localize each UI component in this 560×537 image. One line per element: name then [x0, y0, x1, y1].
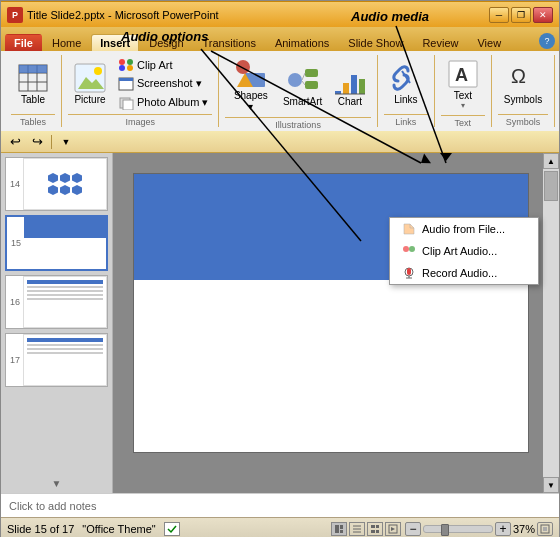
smartart-label: SmartArt [283, 96, 322, 107]
record-audio-label: Record Audio... [422, 267, 497, 279]
scroll-thumb[interactable] [544, 171, 558, 201]
minimize-button[interactable]: ─ [489, 7, 509, 23]
svg-rect-5 [19, 65, 47, 73]
hex-cell [48, 173, 58, 183]
picture-button[interactable]: Picture [68, 59, 112, 108]
quick-toolbar: ↩ ↪ ▼ [1, 131, 559, 153]
theme-status: "Office Theme" [82, 523, 155, 535]
hex-cell [60, 185, 70, 195]
tab-file[interactable]: File [5, 34, 42, 51]
shapes-button[interactable]: Shapes ▾ [225, 55, 276, 115]
svg-rect-16 [123, 100, 133, 110]
svg-point-54 [409, 246, 415, 252]
slide-img-17 [23, 334, 107, 386]
symbols-button[interactable]: Ω Symbols [498, 59, 548, 108]
audio-from-file-label: Audio from File... [422, 223, 505, 235]
restore-button[interactable]: ❐ [511, 7, 531, 23]
work-area[interactable]: ▲ ▼ [113, 153, 559, 493]
chart-label: Chart [338, 96, 362, 107]
scroll-down-button[interactable]: ▼ [543, 477, 559, 493]
undo-button[interactable]: ↩ [5, 133, 25, 151]
slide17-line3 [27, 352, 103, 354]
tab-review[interactable]: Review [413, 34, 467, 51]
clip-art-audio-item[interactable]: Clip Art Audio... [390, 240, 538, 262]
record-audio-item[interactable]: Record Audio... [390, 262, 538, 284]
scrollbar-vertical: ▲ ▼ [543, 153, 559, 493]
reading-view-icon [388, 524, 398, 534]
tab-home[interactable]: Home [43, 34, 90, 51]
table-icon [17, 62, 49, 94]
scroll-track[interactable] [543, 169, 559, 477]
close-button[interactable]: ✕ [533, 7, 553, 23]
slide-thumb-16[interactable]: 16 [5, 275, 108, 329]
normal-view-button[interactable] [331, 522, 347, 536]
images-group-label: Images [68, 114, 212, 127]
links-button[interactable]: Links [384, 59, 428, 108]
slide16-content [24, 277, 106, 327]
slide17-line1 [27, 344, 103, 346]
svg-rect-39 [335, 525, 339, 533]
help-button[interactable]: ? [539, 33, 555, 49]
slide-thumb-15[interactable]: 15 [5, 215, 108, 271]
tab-view[interactable]: View [468, 34, 510, 51]
smartart-button[interactable]: SmartArt [278, 61, 327, 110]
slide16-line1 [27, 286, 103, 288]
spelling-check-icon[interactable] [164, 522, 180, 536]
tab-slideshow[interactable]: Slide Show [339, 34, 412, 51]
clip-art-audio-icon [402, 245, 416, 257]
symbols-svg: Ω [507, 63, 539, 93]
fit-window-button[interactable] [537, 522, 553, 536]
text-button[interactable]: A Text ▾ [441, 55, 485, 113]
slide-thumb-14[interactable]: 14 [5, 157, 108, 211]
picture-svg [74, 63, 106, 93]
customize-button[interactable]: ▼ [56, 133, 76, 151]
chart-button[interactable]: Chart [329, 61, 371, 110]
slide-body [134, 280, 528, 452]
slide17-line2 [27, 348, 103, 350]
svg-marker-50 [391, 527, 395, 531]
slide15-top [24, 217, 106, 238]
slide17-bar [27, 338, 103, 342]
redo-button[interactable]: ↪ [27, 133, 47, 151]
table-button[interactable]: Table [11, 59, 55, 108]
slide-num-17: 17 [6, 355, 20, 365]
clipart-button[interactable]: Clip Art [114, 56, 212, 74]
zoom-thumb[interactable] [441, 524, 449, 536]
slide-sorter-button[interactable] [367, 522, 383, 536]
slide-sorter-icon [370, 524, 380, 534]
title-bar: P Title Slide2.pptx - Microsoft PowerPoi… [1, 1, 559, 27]
notes-area[interactable]: Click to add notes [1, 493, 559, 517]
screenshot-button[interactable]: Screenshot ▾ [114, 75, 212, 93]
zoom-in-button[interactable]: + [495, 522, 511, 536]
hex-cell [48, 185, 58, 195]
tab-insert[interactable]: Insert [91, 34, 139, 51]
svg-text:A: A [455, 65, 468, 85]
panel-scroll-down[interactable]: ▼ [5, 478, 108, 489]
zoom-slider[interactable] [423, 525, 493, 533]
outline-view-button[interactable] [349, 522, 365, 536]
chart-icon [334, 64, 366, 96]
photoalbum-label: Photo Album ▾ [137, 96, 208, 109]
smartart-svg [287, 65, 319, 95]
clip-art-audio-label: Clip Art Audio... [422, 245, 497, 257]
photoalbum-button[interactable]: Photo Album ▾ [114, 94, 212, 112]
app-icon: P [7, 7, 23, 23]
tab-animations[interactable]: Animations [266, 34, 338, 51]
notes-placeholder: Click to add notes [9, 500, 96, 512]
slide-thumb-17[interactable]: 17 [5, 333, 108, 387]
reading-view-button[interactable] [385, 522, 401, 536]
audio-from-file-item[interactable]: Audio from File... [390, 218, 538, 240]
svg-text:Ω: Ω [511, 65, 526, 87]
zoom-out-button[interactable]: − [405, 522, 421, 536]
slide-img-16 [23, 276, 107, 328]
tab-transitions[interactable]: Transitions [194, 34, 265, 51]
hex-grid [48, 173, 82, 195]
text-icon: A [447, 58, 479, 90]
view-buttons [331, 522, 401, 536]
slide16-line3 [27, 294, 103, 296]
zoom-controls: − + 37% [405, 522, 553, 536]
svg-line-23 [302, 73, 305, 80]
slide-status: Slide 15 of 17 [7, 523, 74, 535]
scroll-up-button[interactable]: ▲ [543, 153, 559, 169]
tab-design[interactable]: Design [140, 34, 192, 51]
